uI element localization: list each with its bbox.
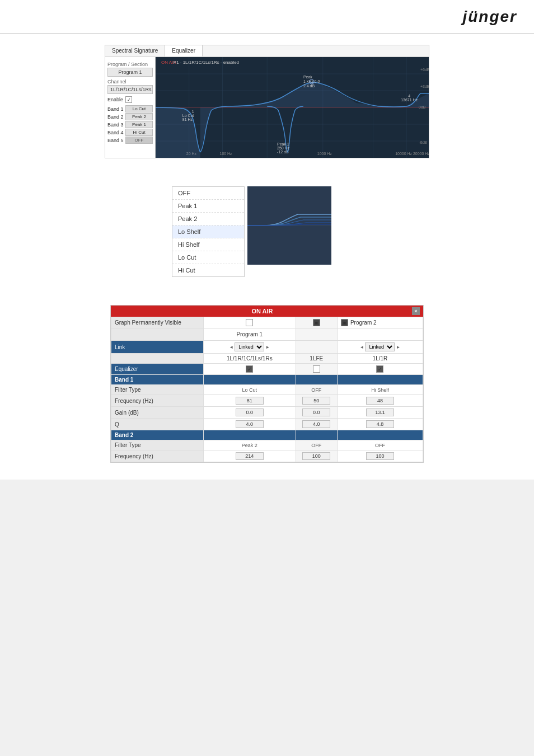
graph-visible-center-checkbox[interactable]: ■ (296, 317, 337, 328)
band1-lfe-gain[interactable]: 0.0 (302, 408, 330, 416)
tab-equalizer[interactable]: Equalizer (165, 45, 203, 57)
svg-text:Peak 2: Peak 2 (277, 142, 289, 146)
band1-p1-filtertype[interactable]: Lo Cut (203, 385, 296, 395)
band1-lfe-q[interactable]: 4.0 (302, 420, 330, 428)
p2-checkbox[interactable]: ■ (341, 319, 348, 326)
band1-lfe-freq[interactable]: 50 (302, 397, 330, 405)
band2-p1-freq[interactable]: 214 (236, 452, 264, 460)
dropdown-item-peak1[interactable]: Peak 1 (172, 200, 244, 213)
graph-visible-p2-checkbox[interactable]: ■ Program 2 (337, 317, 423, 328)
band1-p1-gain[interactable]: 0.0 (236, 408, 264, 416)
band-2-type[interactable]: Peak 2 (125, 113, 153, 120)
band-3-label: Band 3 (107, 122, 124, 128)
dropdown-item-off[interactable]: OFF (172, 187, 244, 200)
enable-checkbox[interactable]: ✓ (125, 96, 132, 103)
link-right-arrow: ► (265, 345, 270, 350)
band2-lfe-freq[interactable]: 100 (302, 452, 330, 460)
svg-text:250 Hz: 250 Hz (277, 146, 290, 150)
band-4-row: Band 4 Hi Cut (107, 129, 153, 136)
band1-p1-q[interactable]: 4.0 (236, 420, 264, 428)
band-3-row: Band 3 Peak 1 (107, 121, 153, 128)
enable-label: Enable (107, 97, 123, 102)
band1-p2-gain-cell[interactable]: 13.1 (337, 407, 423, 419)
dropdown-item-hi-cut[interactable]: Hi Cut (172, 264, 244, 276)
dropdown-item-lo-cut[interactable]: Lo Cut (172, 251, 244, 264)
eq-sidebar: Program / Section Program 1 Channel 1L/1… (105, 57, 156, 158)
band2-p1-filtertype[interactable]: Peak 2 (203, 440, 296, 450)
eq-p1-checkbox[interactable]: ✓ (246, 365, 253, 373)
band1-p2-freq[interactable]: 48 (366, 397, 394, 405)
band-4-type[interactable]: Hi Cut (125, 129, 153, 136)
program1-label: Program 1 (207, 330, 292, 339)
onair-close-button[interactable]: × (412, 307, 420, 315)
eq-p2-checkbox-cell[interactable]: ✓ (337, 364, 423, 375)
link-p2-cell: ◄ Linked ► (337, 341, 423, 354)
band2-header-row: Band 2 (111, 430, 423, 440)
band-1-row: Band 1 Lo Cut (107, 105, 153, 112)
eq-center-checkbox-cell[interactable] (296, 364, 337, 375)
band1-p1-gain-cell[interactable]: 0.0 (203, 407, 296, 419)
filter-type-dropdown[interactable]: OFF Peak 1 Peak 2 Lo Shelf Hi Shelf Lo C… (172, 186, 245, 277)
svg-text:4: 4 (408, 94, 410, 98)
frequency-label: Frequency (Hz) (111, 395, 204, 407)
band-5-type[interactable]: OFF (125, 137, 153, 144)
link-p2-select[interactable]: Linked (365, 342, 395, 351)
onair-header: ON AIR × (111, 306, 423, 317)
band2-p2-freq[interactable]: 100 (366, 452, 394, 460)
program-value[interactable]: Program 1 (107, 68, 153, 77)
band1-p2-gain[interactable]: 13.1 (366, 408, 394, 416)
band2-p2-filtertype[interactable]: OFF (337, 440, 423, 450)
svg-text:-6dB: -6dB (419, 140, 427, 144)
band2-p2-freq-cell[interactable]: 100 (337, 450, 423, 462)
tab-spectral-signature[interactable]: Spectral Signature (105, 45, 165, 57)
band2-p1-freq-cell[interactable]: 214 (203, 450, 296, 462)
band1-p2-freq-cell[interactable]: 48 (337, 395, 423, 407)
band-3-type[interactable]: Peak 1 (125, 121, 153, 128)
channel-p1: 1L/1R/1C/1Ls/1Rs (203, 354, 296, 364)
p1-checkbox[interactable] (246, 319, 253, 326)
link-label: Link (111, 341, 204, 354)
dropdown-item-hi-shelf[interactable]: Hi Shelf (172, 238, 244, 251)
svg-text:+3dB: +3dB (420, 84, 429, 88)
band1-p2-q-cell[interactable]: 4.8 (337, 419, 423, 430)
band-1-type[interactable]: Lo Cut (125, 105, 153, 112)
band1-p2-q[interactable]: 4.8 (366, 420, 394, 428)
program1-row: Program 1 (111, 328, 423, 341)
band1-p2-filtertype[interactable]: Hi Shelf (337, 385, 423, 395)
dropdown-item-peak2[interactable]: Peak 2 (172, 213, 244, 226)
band1-p1-q-cell[interactable]: 4.0 (203, 419, 296, 430)
band2-filtertype-row: Filter Type Peak 2 OFF OFF (111, 440, 423, 450)
link-p1-select[interactable]: Linked (235, 342, 264, 351)
eq-body: Program / Section Program 1 Channel 1L/1… (105, 57, 429, 158)
graph-visible-p1-checkbox[interactable] (203, 317, 296, 328)
band-1-label: Band 1 (107, 106, 124, 112)
svg-text:2.4 dB: 2.4 dB (303, 84, 315, 88)
band2-freq-row: Frequency (Hz) 214 100 100 (111, 450, 423, 462)
band1-lfe-gain-cell: 0.0 (296, 407, 337, 419)
band-5-row: Band 5 OFF (107, 137, 153, 144)
eq-center-checkbox[interactable] (313, 365, 320, 373)
program-section-label: Program / Section (107, 62, 153, 67)
eq-graph: ON AIR P1 - 1L/1R/1C/1Ls/1Rs - enabled +… (156, 57, 429, 158)
svg-text:1000 Hz: 1000 Hz (317, 152, 332, 156)
dropdown-section: OFF Peak 1 Peak 2 Lo Shelf Hi Shelf Lo C… (172, 186, 362, 277)
eq-p1-checkbox-cell[interactable]: ✓ (203, 364, 296, 375)
band1-header: Band 1 (111, 375, 204, 385)
band-2-label: Band 2 (107, 114, 124, 120)
band1-lfe-q-cell: 4.0 (296, 419, 337, 430)
center-checkbox[interactable]: ■ (313, 319, 320, 326)
band1-lfe-filtertype: OFF (296, 385, 337, 395)
link-left-arrow: ◄ (229, 345, 233, 350)
band1-p1-freq[interactable]: 81 (236, 397, 264, 405)
eq-widget: Spectral Signature Equalizer Program / S… (105, 45, 429, 158)
band1-p1-freq-cell[interactable]: 81 (203, 395, 296, 407)
svg-text:10000 Hz   20000 Hz: 10000 Hz 20000 Hz (395, 152, 429, 156)
filter-preview (247, 186, 331, 265)
channel-value[interactable]: 1L/1R/1C/1Ls/1Rs (107, 85, 153, 94)
dropdown-item-lo-shelf[interactable]: Lo Shelf (172, 226, 244, 238)
svg-text:100 Hz: 100 Hz (220, 152, 233, 156)
svg-text:81 Hz: 81 Hz (182, 118, 193, 121)
empty-center (296, 328, 337, 341)
empty-p2 (337, 328, 423, 341)
eq-p2-checkbox[interactable]: ✓ (376, 365, 383, 373)
